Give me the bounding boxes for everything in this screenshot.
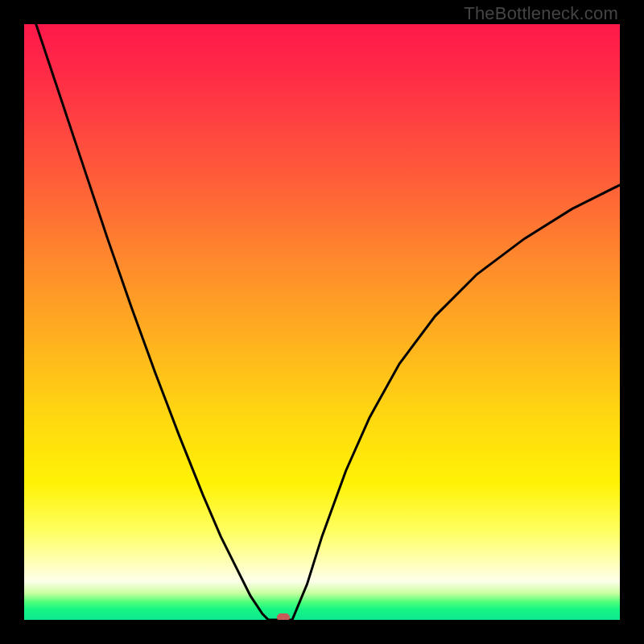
curve-path: [36, 24, 620, 620]
min-marker: [277, 613, 290, 620]
curve-svg: [24, 24, 620, 620]
watermark-text: TheBottleneck.com: [464, 3, 618, 24]
plot-area: [24, 24, 620, 620]
